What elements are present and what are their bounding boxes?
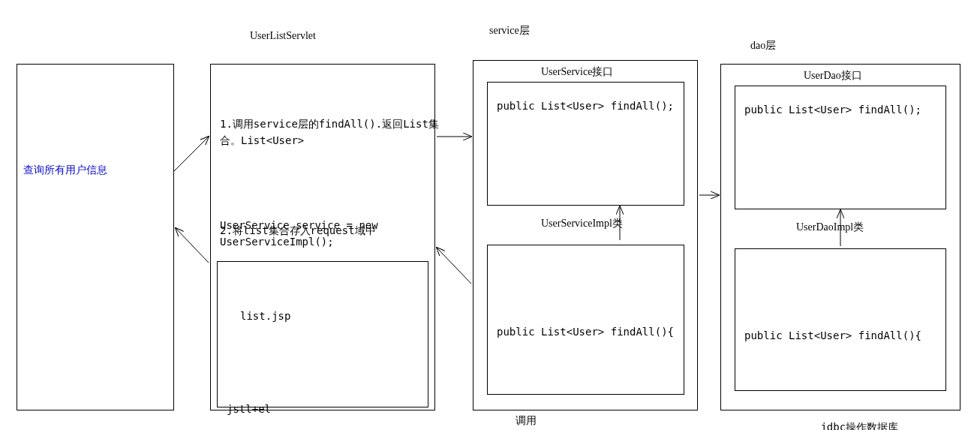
header-service: service层 bbox=[489, 24, 530, 38]
userdao-interface-label: UserDao接口 bbox=[804, 69, 862, 83]
servlet-code: UserService service = new UserServiceImp… bbox=[211, 211, 452, 257]
list-jsp-content: list.jsp jstl+el foreach标签遍历list集合生成表格ta… bbox=[218, 262, 428, 430]
userdaoimpl-label: UserDaoImpl类 bbox=[796, 221, 864, 234]
list-jsp-box: list.jsp jstl+el foreach标签遍历list集合生成表格ta… bbox=[217, 261, 428, 407]
list-jsp-title: list.jsp bbox=[227, 302, 419, 324]
impl-open: public List<User> findAll(){ bbox=[497, 323, 675, 340]
servlet-step-1: 1.调用service层的findAll().返回List集合。List<Use… bbox=[220, 116, 443, 149]
dao-box: UserDao接口 public List<User> findAll(); U… bbox=[720, 64, 960, 410]
service-box: UserService接口 public List<User> findAll(… bbox=[473, 60, 698, 410]
userdaoimpl-code: public List<User> findAll(){ jdbc操作数据库 } bbox=[735, 249, 945, 430]
userdao-interface-code: public List<User> findAll(); bbox=[735, 86, 945, 124]
list-jsp-line1: jstl+el bbox=[227, 401, 419, 417]
servlet-box: 1.调用service层的findAll().返回List集合。List<Use… bbox=[210, 64, 435, 410]
userserviceimpl-code: public List<User> findAll(){ 调用 dao.find… bbox=[488, 245, 684, 430]
arrow-jsp-to-entry bbox=[176, 228, 209, 263]
query-all-users-link[interactable]: 查询所有用户信息 bbox=[23, 164, 107, 177]
header-dao: dao层 bbox=[750, 39, 776, 53]
userdaoimpl-box: public List<User> findAll(){ jdbc操作数据库 } bbox=[735, 248, 946, 391]
userservice-interface-label: UserService接口 bbox=[541, 65, 613, 79]
entry-box: 查询所有用户信息 bbox=[17, 64, 174, 410]
dao-impl-open: public List<User> findAll(){ bbox=[744, 327, 936, 344]
userdao-interface-box: public List<User> findAll(); bbox=[735, 86, 946, 209]
userserviceimpl-label: UserServiceImpl类 bbox=[541, 217, 623, 230]
arrow-entry-to-servlet bbox=[174, 137, 209, 171]
impl-body1: 调用 bbox=[497, 412, 675, 428]
header-servlet: UserListServlet bbox=[250, 30, 316, 42]
userservice-interface-box: public List<User> findAll(); bbox=[487, 82, 684, 206]
userserviceimpl-box: public List<User> findAll(){ 调用 dao.find… bbox=[487, 245, 684, 395]
userservice-interface-code: public List<User> findAll(); bbox=[488, 83, 684, 120]
dao-impl-body: jdbc操作数据库 bbox=[744, 419, 936, 430]
